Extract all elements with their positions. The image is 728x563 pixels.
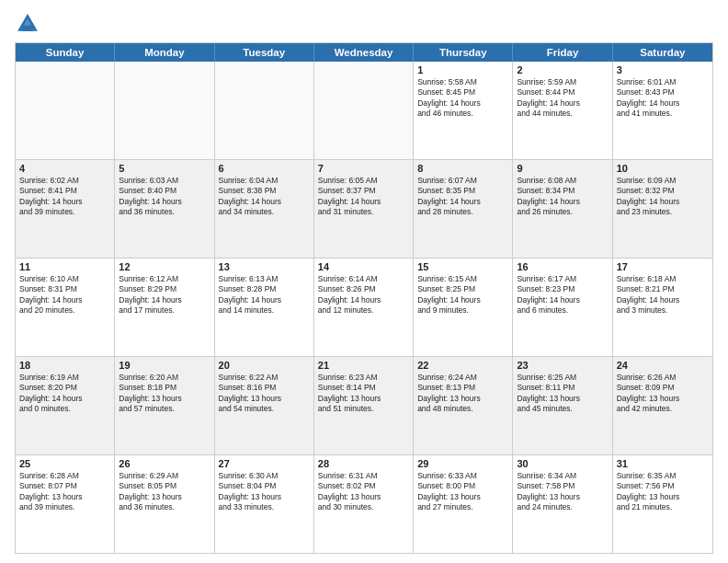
logo bbox=[15, 11, 44, 37]
day-number: 31 bbox=[617, 458, 709, 469]
day-number: 22 bbox=[417, 360, 508, 371]
calendar-cell: 29Sunrise: 6:33 AM Sunset: 8:00 PM Dayli… bbox=[414, 455, 513, 553]
cell-text: Sunrise: 6:20 AM Sunset: 8:18 PM Dayligh… bbox=[119, 373, 182, 413]
calendar-cell: 18Sunrise: 6:19 AM Sunset: 8:20 PM Dayli… bbox=[16, 357, 115, 454]
cell-text: Sunrise: 6:30 AM Sunset: 8:04 PM Dayligh… bbox=[219, 471, 282, 511]
calendar-cell: 30Sunrise: 6:34 AM Sunset: 7:58 PM Dayli… bbox=[513, 455, 612, 553]
calendar-cell: 13Sunrise: 6:13 AM Sunset: 8:28 PM Dayli… bbox=[215, 259, 314, 356]
calendar-cell: 3Sunrise: 6:01 AM Sunset: 8:43 PM Daylig… bbox=[613, 62, 712, 159]
cell-text: Sunrise: 6:29 AM Sunset: 8:05 PM Dayligh… bbox=[119, 471, 182, 511]
header-day: Tuesday bbox=[215, 43, 314, 62]
day-number: 13 bbox=[219, 261, 310, 272]
calendar-cell: 8Sunrise: 6:07 AM Sunset: 8:35 PM Daylig… bbox=[414, 160, 513, 258]
cell-text: Sunrise: 6:25 AM Sunset: 8:11 PM Dayligh… bbox=[517, 373, 580, 413]
calendar-cell: 21Sunrise: 6:23 AM Sunset: 8:14 PM Dayli… bbox=[314, 357, 414, 454]
cell-text: Sunrise: 6:04 AM Sunset: 8:38 PM Dayligh… bbox=[219, 176, 282, 216]
cell-text: Sunrise: 6:31 AM Sunset: 8:02 PM Dayligh… bbox=[318, 471, 381, 511]
cell-text: Sunrise: 6:03 AM Sunset: 8:40 PM Dayligh… bbox=[119, 176, 182, 216]
calendar-cell: 15Sunrise: 6:15 AM Sunset: 8:25 PM Dayli… bbox=[414, 259, 513, 356]
day-number: 17 bbox=[617, 261, 709, 272]
day-number: 20 bbox=[219, 360, 310, 371]
day-number: 23 bbox=[517, 360, 608, 371]
svg-rect-2 bbox=[22, 26, 33, 31]
header-day: Friday bbox=[513, 43, 612, 62]
calendar-cell: 11Sunrise: 6:10 AM Sunset: 8:31 PM Dayli… bbox=[16, 259, 115, 356]
day-number: 11 bbox=[19, 261, 110, 272]
cell-text: Sunrise: 6:18 AM Sunset: 8:21 PM Dayligh… bbox=[617, 274, 680, 315]
calendar-cell: 12Sunrise: 6:12 AM Sunset: 8:29 PM Dayli… bbox=[115, 259, 214, 356]
calendar-cell: 27Sunrise: 6:30 AM Sunset: 8:04 PM Dayli… bbox=[215, 455, 314, 553]
cell-text: Sunrise: 6:12 AM Sunset: 8:29 PM Dayligh… bbox=[119, 274, 182, 315]
header-day: Saturday bbox=[613, 43, 712, 62]
cell-text: Sunrise: 6:34 AM Sunset: 7:58 PM Dayligh… bbox=[517, 471, 580, 511]
cell-text: Sunrise: 6:24 AM Sunset: 8:13 PM Dayligh… bbox=[417, 373, 481, 413]
calendar-cell: 5Sunrise: 6:03 AM Sunset: 8:40 PM Daylig… bbox=[115, 160, 214, 258]
cell-text: Sunrise: 6:23 AM Sunset: 8:14 PM Dayligh… bbox=[318, 373, 381, 413]
day-number: 26 bbox=[119, 458, 210, 469]
header-day: Thursday bbox=[414, 43, 513, 62]
day-number: 9 bbox=[517, 163, 608, 174]
page: SundayMondayTuesdayWednesdayThursdayFrid… bbox=[0, 0, 728, 563]
day-number: 6 bbox=[219, 163, 310, 174]
day-number: 16 bbox=[517, 261, 608, 272]
calendar-cell: 16Sunrise: 6:17 AM Sunset: 8:23 PM Dayli… bbox=[513, 259, 612, 356]
day-number: 2 bbox=[517, 64, 608, 75]
calendar-row: 18Sunrise: 6:19 AM Sunset: 8:20 PM Dayli… bbox=[16, 357, 712, 455]
calendar-cell: 6Sunrise: 6:04 AM Sunset: 8:38 PM Daylig… bbox=[215, 160, 314, 258]
calendar-cell bbox=[215, 62, 314, 159]
day-number: 28 bbox=[318, 458, 409, 469]
calendar-cell: 19Sunrise: 6:20 AM Sunset: 8:18 PM Dayli… bbox=[115, 357, 214, 454]
day-number: 5 bbox=[119, 163, 210, 174]
header-day: Monday bbox=[115, 43, 214, 62]
day-number: 21 bbox=[318, 360, 409, 371]
cell-text: Sunrise: 5:59 AM Sunset: 8:44 PM Dayligh… bbox=[517, 77, 580, 118]
calendar-cell: 23Sunrise: 6:25 AM Sunset: 8:11 PM Dayli… bbox=[513, 357, 612, 454]
calendar-body: 1Sunrise: 5:58 AM Sunset: 8:45 PM Daylig… bbox=[16, 62, 712, 553]
calendar-row: 4Sunrise: 6:02 AM Sunset: 8:41 PM Daylig… bbox=[16, 160, 712, 259]
calendar-cell bbox=[16, 62, 115, 159]
day-number: 29 bbox=[417, 458, 508, 469]
calendar-cell: 1Sunrise: 5:58 AM Sunset: 8:45 PM Daylig… bbox=[414, 62, 513, 159]
day-number: 4 bbox=[19, 163, 110, 174]
day-number: 1 bbox=[417, 64, 508, 75]
header-day: Sunday bbox=[16, 43, 115, 62]
cell-text: Sunrise: 6:26 AM Sunset: 8:09 PM Dayligh… bbox=[617, 373, 680, 413]
calendar-cell: 31Sunrise: 6:35 AM Sunset: 7:56 PM Dayli… bbox=[613, 455, 712, 553]
calendar-cell: 17Sunrise: 6:18 AM Sunset: 8:21 PM Dayli… bbox=[613, 259, 712, 356]
calendar-cell: 7Sunrise: 6:05 AM Sunset: 8:37 PM Daylig… bbox=[314, 160, 414, 258]
calendar-cell: 25Sunrise: 6:28 AM Sunset: 8:07 PM Dayli… bbox=[16, 455, 115, 553]
cell-text: Sunrise: 6:07 AM Sunset: 8:35 PM Dayligh… bbox=[417, 176, 481, 216]
calendar-cell: 14Sunrise: 6:14 AM Sunset: 8:26 PM Dayli… bbox=[314, 259, 414, 356]
header bbox=[15, 11, 713, 37]
day-number: 27 bbox=[219, 458, 310, 469]
calendar-cell bbox=[115, 62, 214, 159]
calendar-cell: 2Sunrise: 5:59 AM Sunset: 8:44 PM Daylig… bbox=[513, 62, 612, 159]
header-day: Wednesday bbox=[314, 43, 414, 62]
day-number: 10 bbox=[617, 163, 709, 174]
cell-text: Sunrise: 6:14 AM Sunset: 8:26 PM Dayligh… bbox=[318, 274, 381, 315]
cell-text: Sunrise: 6:09 AM Sunset: 8:32 PM Dayligh… bbox=[617, 176, 680, 216]
cell-text: Sunrise: 6:05 AM Sunset: 8:37 PM Dayligh… bbox=[318, 176, 381, 216]
cell-text: Sunrise: 6:28 AM Sunset: 8:07 PM Dayligh… bbox=[19, 471, 83, 511]
logo-icon bbox=[15, 11, 40, 37]
cell-text: Sunrise: 6:13 AM Sunset: 8:28 PM Dayligh… bbox=[219, 274, 282, 315]
day-number: 14 bbox=[318, 261, 409, 272]
calendar-cell: 4Sunrise: 6:02 AM Sunset: 8:41 PM Daylig… bbox=[16, 160, 115, 258]
calendar-row: 25Sunrise: 6:28 AM Sunset: 8:07 PM Dayli… bbox=[16, 455, 712, 553]
calendar-cell: 24Sunrise: 6:26 AM Sunset: 8:09 PM Dayli… bbox=[613, 357, 712, 454]
calendar-cell: 22Sunrise: 6:24 AM Sunset: 8:13 PM Dayli… bbox=[414, 357, 513, 454]
cell-text: Sunrise: 6:19 AM Sunset: 8:20 PM Dayligh… bbox=[19, 373, 83, 413]
calendar-row: 1Sunrise: 5:58 AM Sunset: 8:45 PM Daylig… bbox=[16, 62, 712, 160]
cell-text: Sunrise: 5:58 AM Sunset: 8:45 PM Dayligh… bbox=[417, 77, 481, 118]
day-number: 15 bbox=[417, 261, 508, 272]
day-number: 24 bbox=[617, 360, 709, 371]
day-number: 8 bbox=[417, 163, 508, 174]
calendar-cell: 9Sunrise: 6:08 AM Sunset: 8:34 PM Daylig… bbox=[513, 160, 612, 258]
cell-text: Sunrise: 6:17 AM Sunset: 8:23 PM Dayligh… bbox=[517, 274, 580, 315]
cell-text: Sunrise: 6:33 AM Sunset: 8:00 PM Dayligh… bbox=[417, 471, 481, 511]
day-number: 7 bbox=[318, 163, 409, 174]
calendar-cell: 26Sunrise: 6:29 AM Sunset: 8:05 PM Dayli… bbox=[115, 455, 214, 553]
day-number: 12 bbox=[119, 261, 210, 272]
calendar-header: SundayMondayTuesdayWednesdayThursdayFrid… bbox=[16, 43, 712, 62]
calendar: SundayMondayTuesdayWednesdayThursdayFrid… bbox=[15, 42, 713, 554]
